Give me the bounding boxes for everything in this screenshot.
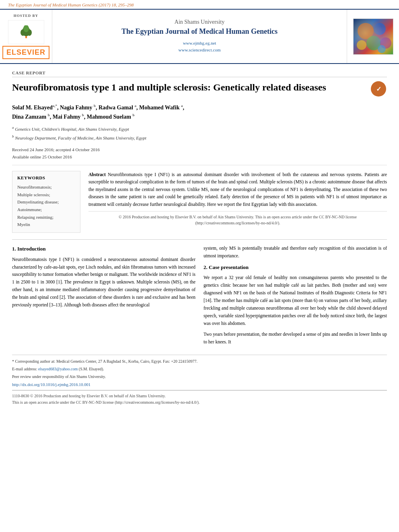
affiliation-b: b Neurology Department, Faculty of Medic… bbox=[12, 134, 387, 142]
elsevier-label: ELSEVIER bbox=[2, 46, 49, 59]
abstract-text: Abstract Neurofibromatosis type I (NF1) … bbox=[88, 171, 387, 208]
bottom-bar: 1110-8630 © 2016 Production and hosting … bbox=[12, 390, 387, 406]
body-content: 1. Introduction Neurofibromatosis type I… bbox=[12, 244, 387, 349]
article-title: Neurofibromatosis type 1 and multiple sc… bbox=[12, 81, 364, 94]
copyright-text: © 2016 Production and hosting by Elsevie… bbox=[88, 211, 387, 226]
journal-url1[interactable]: www.ejmhg.eg.net bbox=[183, 40, 216, 47]
right-body-col: system, only MS is potentially treatable… bbox=[204, 244, 387, 349]
elsevier-tree-icon bbox=[18, 25, 34, 39]
crossmark-logo: ✓ bbox=[373, 83, 384, 94]
svg-point-9 bbox=[380, 37, 391, 49]
svg-point-8 bbox=[357, 40, 366, 50]
email-footnote: E-mail address: elsayed683@yahoo.com (S.… bbox=[12, 366, 387, 372]
svg-point-7 bbox=[366, 36, 381, 50]
left-body-col: 1. Introduction Neurofibromatosis type I… bbox=[12, 244, 195, 349]
article-type-label: CASE REPORT bbox=[12, 70, 387, 77]
svg-point-5 bbox=[358, 23, 374, 39]
affiliation-a: a Genetics Unit, Children's Hospital, Ai… bbox=[12, 125, 387, 133]
university-name: Ain Shams University bbox=[175, 19, 224, 25]
journal-title: The Egyptian Journal of Medical Human Ge… bbox=[121, 27, 278, 36]
email-link[interactable]: elsayed683@yahoo.com bbox=[38, 367, 78, 371]
intro-heading: 1. Introduction bbox=[12, 244, 195, 253]
dates-section: Received 24 June 2016; accepted 4 Octobe… bbox=[12, 146, 387, 165]
received-date: Received 24 June 2016; accepted 4 Octobe… bbox=[12, 146, 387, 154]
title-area: Neurofibromatosis type 1 and multiple sc… bbox=[12, 81, 387, 97]
keywords-box: KEYWORDS Neurofibromatosis; Multiple scl… bbox=[12, 171, 80, 233]
section-divider-1 bbox=[12, 239, 387, 240]
authors-section: Solaf M. Elsayeda,*, Nagia Fahmy b, Radw… bbox=[12, 103, 387, 121]
author-elsayed: Solaf M. Elsayed bbox=[12, 105, 53, 111]
keyword-4: Autoimmune; bbox=[17, 206, 75, 214]
svg-point-10 bbox=[378, 45, 386, 53]
abstract-label: Abstract bbox=[88, 172, 106, 177]
affiliations-section: a Genetics Unit, Children's Hospital, Ai… bbox=[12, 125, 387, 142]
svg-text:✓: ✓ bbox=[376, 86, 381, 92]
case-para-2: Two years before presentation, the mothe… bbox=[204, 331, 387, 346]
open-access-line: This is an open access article under the… bbox=[12, 399, 387, 406]
svg-point-6 bbox=[374, 23, 386, 35]
intro-right-text: system, only MS is potentially treatable… bbox=[204, 244, 387, 260]
corresponding-footnote: * Corresponding author at: Medical Genet… bbox=[12, 358, 387, 365]
keyword-5: Relapsing remitting; bbox=[17, 214, 75, 221]
crossmark-icon[interactable]: ✓ bbox=[371, 81, 386, 97]
abstract-section: KEYWORDS Neurofibromatosis; Multiple scl… bbox=[12, 171, 387, 233]
journal-cover-area bbox=[347, 10, 399, 63]
journal-header: HOSTED BY ELSEVIER Ain Shams University … bbox=[0, 9, 399, 64]
hosted-by-label: HOSTED BY bbox=[14, 14, 38, 18]
top-journal-link: The Egyptian Journal of Medical Human Ge… bbox=[0, 0, 399, 9]
peer-review-footnote: Peer review under responsibility of Ain … bbox=[12, 374, 387, 380]
journal-url2[interactable]: www.sciencedirect.com bbox=[179, 47, 221, 54]
journal-cover-image bbox=[353, 18, 393, 55]
cover-decoration bbox=[354, 19, 393, 55]
journal-info-center: Ain Shams University The Egyptian Journa… bbox=[52, 10, 347, 63]
keywords-title: KEYWORDS bbox=[17, 175, 75, 180]
keyword-1: Neurofibromatosis; bbox=[17, 183, 75, 191]
abstract-body: Neurofibromatosis type I (NF1) is an aut… bbox=[88, 172, 387, 207]
keywords-list: Neurofibromatosis; Multiple sclerosis; D… bbox=[17, 183, 75, 228]
abstract-col: Abstract Neurofibromatosis type I (NF1) … bbox=[88, 171, 387, 233]
doi-link[interactable]: http://dx.doi.org/10.1016/j.ejmhg.2016.1… bbox=[12, 382, 387, 387]
keyword-3: Demyelinating disease; bbox=[17, 198, 75, 206]
footnotes-section: * Corresponding author at: Medical Genet… bbox=[12, 355, 387, 380]
keyword-2: Multiple sclerosis; bbox=[17, 191, 75, 199]
case-heading: 2. Case presentation bbox=[204, 263, 387, 271]
intro-para-1: Neurofibromatosis type I (NF1) is consid… bbox=[12, 256, 195, 309]
main-content: CASE REPORT Neurofibromatosis type 1 and… bbox=[0, 64, 399, 412]
keyword-6: Myelin bbox=[17, 221, 75, 228]
issn-line: 1110-8630 © 2016 Production and hosting … bbox=[12, 393, 387, 399]
case-para-1: We report a 32 year old female of health… bbox=[204, 274, 387, 327]
crossmark-badge[interactable]: ✓ bbox=[371, 81, 387, 97]
publisher-logo-area: HOSTED BY ELSEVIER bbox=[0, 10, 52, 63]
available-date: Available online 25 October 2016 bbox=[12, 153, 387, 161]
